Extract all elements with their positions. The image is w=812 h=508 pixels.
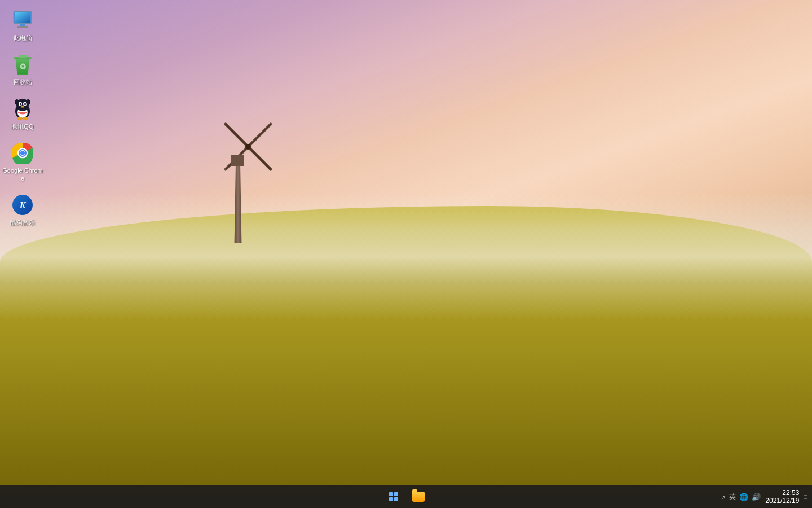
kugou-music-icon[interactable]: K 酷狗音乐 bbox=[0, 189, 45, 231]
file-explorer-button[interactable] bbox=[407, 485, 430, 508]
svg-point-21 bbox=[21, 106, 24, 107]
recycle-bin-label: 回收站 bbox=[14, 78, 32, 86]
svg-point-19 bbox=[20, 103, 21, 105]
clock-date: 2021/12/19 bbox=[765, 497, 799, 505]
qq-icon-image bbox=[11, 98, 34, 120]
desktop-icons: 此电脑 ♻ 回收站 bbox=[0, 0, 45, 231]
my-computer-label: 此电脑 bbox=[14, 34, 32, 42]
taskbar: ∧ 英 🌐 🔊 22:53 2021/12/19 □ bbox=[0, 485, 812, 508]
network-icon[interactable]: 🌐 bbox=[739, 493, 748, 501]
svg-text:K: K bbox=[19, 200, 27, 210]
google-chrome-icon[interactable]: Google Chrome bbox=[0, 137, 45, 187]
taskbar-right: ∧ 英 🌐 🔊 22:53 2021/12/19 □ bbox=[722, 489, 807, 505]
svg-point-6 bbox=[245, 144, 251, 150]
windmill-blades bbox=[220, 119, 276, 175]
mist-layer bbox=[0, 193, 812, 320]
windmill bbox=[209, 102, 282, 243]
start-button[interactable] bbox=[382, 485, 405, 508]
system-tray: ∧ 英 🌐 🔊 bbox=[722, 492, 761, 502]
speaker-icon[interactable]: 🔊 bbox=[752, 493, 761, 501]
google-chrome-label: Google Chrome bbox=[2, 167, 43, 183]
windmill-tower bbox=[233, 164, 242, 243]
folder-icon bbox=[412, 492, 425, 502]
windmill-cap bbox=[231, 155, 244, 166]
kugou-music-label: 酷狗音乐 bbox=[10, 218, 35, 226]
clock-time: 22:53 bbox=[782, 489, 799, 497]
svg-point-29 bbox=[20, 151, 25, 155]
chrome-icon-image bbox=[11, 142, 34, 164]
kugou-icon-image: K bbox=[11, 194, 34, 216]
svg-rect-12 bbox=[19, 55, 27, 58]
desktop: 此电脑 ♻ 回收站 bbox=[0, 0, 812, 508]
my-computer-icon[interactable]: 此电脑 bbox=[0, 5, 45, 46]
recycle-bin-icon-image: ♻ bbox=[11, 53, 34, 76]
computer-icon-image bbox=[11, 9, 34, 32]
svg-rect-8 bbox=[15, 12, 30, 23]
svg-rect-10 bbox=[17, 26, 28, 28]
tray-overflow-button[interactable]: ∧ bbox=[722, 494, 726, 500]
svg-rect-9 bbox=[20, 24, 25, 26]
tencent-qq-label: 腾讯QQ bbox=[11, 122, 33, 130]
svg-point-22 bbox=[15, 99, 19, 105]
svg-point-24 bbox=[17, 117, 23, 120]
language-indicator[interactable]: 英 bbox=[729, 492, 736, 502]
clock[interactable]: 22:53 2021/12/19 bbox=[765, 489, 799, 505]
tencent-qq-icon[interactable]: 腾讯QQ bbox=[0, 93, 45, 135]
svg-point-25 bbox=[23, 117, 28, 120]
svg-point-20 bbox=[24, 103, 26, 105]
svg-point-23 bbox=[26, 99, 30, 105]
notification-center-button[interactable]: □ bbox=[804, 493, 807, 500]
svg-text:♻: ♻ bbox=[19, 62, 27, 71]
recycle-bin-icon[interactable]: ♻ 回收站 bbox=[0, 49, 45, 90]
windows-logo-icon bbox=[389, 492, 398, 501]
taskbar-center bbox=[382, 485, 430, 508]
